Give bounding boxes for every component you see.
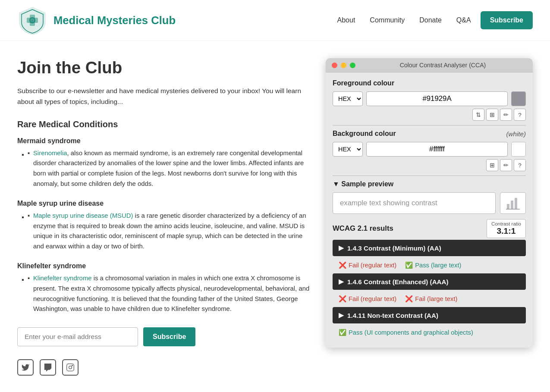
bg-header: Background colour (white)	[333, 130, 526, 138]
disease-list-klinefelter: ▪ Klinefelter syndrome is a chromosomal …	[17, 273, 313, 314]
wcag-aaa-label: 1.4.6 Contrast (Enhanced) (AAA)	[347, 278, 449, 285]
bg-color-row: HEX RGB HSL	[333, 142, 526, 157]
divider-2	[333, 176, 526, 176]
twitch-icon[interactable]	[40, 359, 56, 376]
email-input[interactable]	[17, 327, 138, 346]
fail-icon-1: ❌	[339, 295, 346, 303]
aaa-regular-result: ❌ Fail (regular text)	[339, 295, 396, 303]
wcag-aa-row[interactable]: ▶ 1.4.3 Contrast (Minimum) (AA)	[333, 240, 526, 256]
subscribe-row: Subscribe	[17, 327, 313, 346]
svg-point-8	[72, 365, 73, 366]
fail-icon-2: ❌	[405, 295, 413, 303]
bg-eyedropper-icon[interactable]: ✏	[500, 159, 512, 171]
nav-donate[interactable]: Donate	[414, 14, 447, 27]
left-column: Join the Club Subscribe to our e-newslet…	[17, 58, 313, 376]
list-item: ▪ Maple syrup urine disease (MSUD) is a …	[22, 211, 313, 252]
fail-icon: ❌	[339, 261, 346, 269]
pass-icon-nontext: ✅	[339, 329, 346, 336]
fg-format-select[interactable]: HEX RGB HSL	[333, 91, 363, 106]
bg-sliders-icon[interactable]: ⊞	[486, 159, 498, 171]
main-content: Join the Club Subscribe to our e-newslet…	[0, 41, 550, 392]
svg-text:+: +	[31, 19, 34, 23]
fg-swap-icon[interactable]: ⇅	[472, 109, 484, 121]
disease-text-msud: Maple syrup urine disease (MSUD) is a ra…	[33, 211, 313, 252]
foreground-label: Foreground colour	[333, 79, 526, 87]
disease-block-klinefelter: Klinefelter syndrome ▪ Klinefelter syndr…	[17, 262, 313, 314]
logo-area: + Medical Mysteries Club	[17, 5, 176, 35]
subscribe-button-header[interactable]: Subscribe	[481, 11, 533, 29]
page-title: Join the Club	[17, 58, 313, 77]
fg-color-input[interactable]	[366, 91, 508, 106]
svg-rect-9	[507, 204, 509, 209]
disease-title-klinefelter: Klinefelter syndrome	[17, 262, 313, 270]
chart-preview	[500, 192, 526, 214]
disease-text-mermaid: Sirenomelia, also known as mermaid syndr…	[33, 148, 313, 189]
wcag-header: WCAG 2.1 results Contrast ratio 3.1:1	[333, 219, 526, 238]
disease-link-klinefelter[interactable]: Klinefelter syndrome	[33, 275, 92, 282]
disease-block-mermaid: Mermaid syndrome ▪ Sirenomelia, also kno…	[17, 137, 313, 189]
cca-panel: Colour Contrast Analyser (CCA) Foregroun…	[326, 58, 533, 376]
page-description: Subscribe to our e-newsletter and have m…	[17, 86, 313, 107]
nav-community[interactable]: Community	[365, 14, 410, 27]
nav-about[interactable]: About	[332, 14, 361, 27]
fg-sliders-icon[interactable]: ⊞	[486, 109, 498, 121]
background-label: Background colour	[333, 130, 396, 138]
cca-close-button[interactable]	[332, 63, 337, 68]
list-item: ▪ Klinefelter syndrome is a chromosomal …	[22, 273, 313, 314]
cca-title: Colour Contrast Analyser (CCA)	[359, 62, 527, 69]
wcag-aaa-row[interactable]: ▶ 1.4.6 Contrast (Enhanced) (AAA)	[333, 273, 526, 290]
instagram-icon[interactable]	[62, 359, 79, 376]
site-title: Medical Mysteries Club	[53, 14, 176, 27]
bg-color-input[interactable]	[366, 142, 508, 157]
background-section: Background colour (white) HEX RGB HSL	[333, 130, 526, 171]
main-nav: About Community Donate Q&A Subscribe	[332, 11, 533, 29]
twitter-icon[interactable]	[17, 359, 34, 376]
disease-list-mermaid: ▪ Sirenomelia, also known as mermaid syn…	[17, 148, 313, 189]
nav-qna[interactable]: Q&A	[451, 14, 476, 27]
fg-icon-row: ⇅ ⊞ ✏ ?	[333, 109, 526, 121]
bg-color-swatch	[511, 142, 526, 157]
social-icons	[17, 359, 313, 376]
pass-icon: ✅	[405, 261, 413, 269]
wcag-aa-triangle: ▶	[339, 244, 344, 252]
fg-help-icon[interactable]: ?	[514, 109, 526, 121]
bg-format-select[interactable]: HEX RGB HSL	[333, 142, 363, 157]
subscribe-button-main[interactable]: Subscribe	[143, 327, 195, 346]
disease-text-klinefelter: Klinefelter syndrome is a chromosomal va…	[33, 273, 313, 314]
fg-color-row: HEX RGB HSL	[333, 91, 526, 106]
nontext-result: ✅ Pass (UI components and graphical obje…	[339, 329, 473, 336]
disease-list-msud: ▪ Maple syrup urine disease (MSUD) is a …	[17, 211, 313, 252]
contrast-ratio-value: 3.1:1	[491, 226, 521, 236]
divider-1	[333, 125, 526, 125]
cca-body: Foreground colour HEX RGB HSL ⇅ ⊞ ✏	[326, 72, 533, 348]
bullet-msud: ▪	[28, 211, 30, 252]
aa-large-result: ✅ Pass (large text)	[405, 261, 461, 269]
wcag-section: WCAG 2.1 results Contrast ratio 3.1:1 ▶ …	[333, 219, 526, 341]
wcag-aaa-results: ❌ Fail (regular text) ❌ Fail (large text…	[333, 292, 526, 307]
bg-white-label: (white)	[506, 130, 526, 138]
aa-regular-result: ❌ Fail (regular text)	[339, 261, 396, 269]
bg-help-icon[interactable]: ?	[514, 159, 526, 171]
cca-window: Colour Contrast Analyser (CCA) Foregroun…	[326, 58, 533, 348]
sample-text-preview: example text showing contrast	[333, 192, 496, 214]
bullet-mermaid: ▪	[28, 148, 30, 189]
cca-minimize-button[interactable]	[341, 63, 346, 68]
site-header: + Medical Mysteries Club About Community…	[0, 0, 550, 41]
fg-eyedropper-icon[interactable]: ✏	[500, 109, 512, 121]
svg-rect-10	[511, 201, 513, 209]
logo-shield-icon: +	[17, 5, 47, 35]
disease-link-mermaid[interactable]: Sirenomelia	[33, 150, 67, 157]
wcag-aa-label: 1.4.3 Contrast (Minimum) (AA)	[347, 245, 441, 252]
section-heading: Rare Medical Conditions	[17, 119, 313, 129]
disease-title-mermaid: Mermaid syndrome	[17, 137, 313, 145]
svg-rect-6	[67, 364, 74, 371]
disease-link-msud[interactable]: Maple syrup urine disease (MSUD)	[33, 212, 133, 219]
sample-preview-header: ▼ Sample preview	[333, 180, 526, 188]
fg-color-swatch	[511, 91, 526, 106]
foreground-section: Foreground colour HEX RGB HSL ⇅ ⊞ ✏	[333, 79, 526, 121]
wcag-nontext-results: ✅ Pass (UI components and graphical obje…	[333, 325, 526, 341]
disease-block-msud: Maple syrup urine disease ▪ Maple syrup …	[17, 200, 313, 252]
cca-maximize-button[interactable]	[350, 63, 355, 68]
svg-rect-11	[515, 198, 517, 209]
wcag-nontext-row[interactable]: ▶ 1.4.11 Non-text Contrast (AA)	[333, 307, 526, 323]
